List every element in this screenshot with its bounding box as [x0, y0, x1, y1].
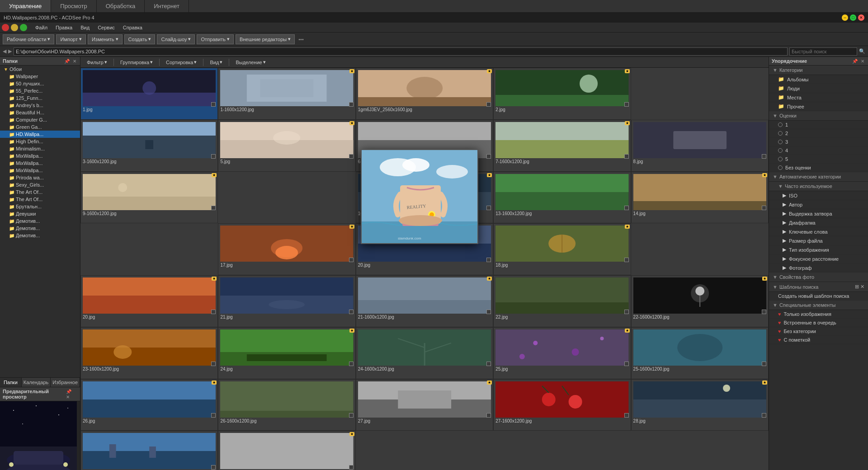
tree-andrey[interactable]: 📁 Andrey's b...: [0, 102, 80, 109]
checkbox-10[interactable]: [762, 154, 766, 159]
back-icon[interactable]: ◀: [3, 48, 6, 54]
image-cell-24b[interactable]: 24-1600x1200.jpg: [356, 327, 493, 379]
slideshow-btn[interactable]: Слайд-шоу ▾: [157, 34, 195, 44]
checkbox-12[interactable]: [486, 206, 491, 210]
checkbox-13[interactable]: [624, 206, 629, 210]
tab-favorites[interactable]: Избранное: [51, 378, 80, 387]
image-cell-27[interactable]: ★ 27.jpg: [356, 379, 493, 431]
tree-55[interactable]: 📁 55_Perfec...: [0, 87, 80, 94]
tab-view[interactable]: Просмотр: [51, 0, 96, 12]
menu-view[interactable]: Вид: [77, 24, 93, 31]
workspace-btn[interactable]: Рабочие области ▾: [3, 34, 54, 44]
rating-2[interactable]: 2: [769, 129, 868, 138]
checkbox-1[interactable]: [211, 102, 216, 107]
tree-demotiv3[interactable]: 📁 Демотив...: [0, 232, 80, 239]
image-cell-2[interactable]: ★ 1-1600x1200.jpg: [218, 68, 355, 120]
freq-aperture[interactable]: ▶ Диафрагма: [769, 218, 868, 227]
circle-yellow[interactable]: [11, 24, 18, 31]
ratings-expand-icon[interactable]: ▼: [773, 113, 778, 118]
tree-computer[interactable]: 📁 Computer G...: [0, 116, 80, 123]
external-btn[interactable]: Внешние редакторы ▾: [236, 34, 295, 44]
menu-edit[interactable]: Правка: [52, 24, 76, 31]
circle-green[interactable]: [20, 24, 27, 31]
checkbox-26[interactable]: [211, 413, 216, 418]
image-cell-14[interactable]: ★ 14.jpg: [631, 172, 769, 224]
checkbox-27[interactable]: [486, 413, 491, 418]
tab-internet[interactable]: Интернет: [145, 0, 189, 12]
freq-iso[interactable]: ▶ ISO: [769, 191, 868, 200]
image-cell-7[interactable]: ★ 5.jpg: [218, 120, 355, 172]
special-expand-icon[interactable]: ▼: [773, 302, 778, 308]
categories-expand-icon[interactable]: ▼: [773, 67, 778, 73]
photo-props-expand-icon[interactable]: ▼: [773, 274, 778, 280]
tree-demotiv2[interactable]: 📁 Демотив...: [0, 225, 80, 232]
search-templates-expand-icon[interactable]: ▼: [773, 284, 778, 290]
tree-50[interactable]: 📁 50 лучших...: [0, 80, 80, 87]
special-images-only[interactable]: ♥ Только изображения: [769, 310, 868, 319]
image-cell-23[interactable]: 23-1600x1200.jpg: [80, 327, 218, 379]
category-albums[interactable]: 📁 Альбомы: [769, 75, 868, 84]
maximize-button[interactable]: □: [850, 14, 856, 21]
image-cell-6[interactable]: 3-1600x1200.jpg: [80, 120, 218, 172]
tab-folders[interactable]: Папки: [0, 378, 22, 387]
checkbox-29[interactable]: [211, 465, 216, 470]
rating-1[interactable]: 1: [769, 121, 868, 129]
checkbox-25[interactable]: [624, 362, 629, 366]
freq-photographer[interactable]: ▶ Фотограф: [769, 263, 868, 273]
checkbox-17[interactable]: [486, 258, 491, 262]
menu-file[interactable]: Файл: [32, 24, 51, 31]
image-cell-30[interactable]: ★ 30-1600x1200.jpg: [218, 431, 355, 470]
checkbox-28[interactable]: [762, 413, 766, 418]
checkbox-18[interactable]: [624, 258, 629, 262]
checkbox-8[interactable]: [486, 154, 491, 159]
tree-mix1[interactable]: 📁 MixWallpa...: [0, 152, 80, 160]
minimize-button[interactable]: –: [842, 14, 848, 21]
image-cell-21[interactable]: 21.jpg: [218, 275, 355, 327]
panel-close-icon[interactable]: ✕: [72, 59, 77, 64]
checkbox-23[interactable]: [211, 362, 216, 366]
rating-5[interactable]: 5: [769, 155, 868, 164]
panel-pin-icon[interactable]: 📌: [63, 59, 71, 64]
create-btn[interactable]: Создать ▾: [124, 34, 156, 44]
tree-beautiful[interactable]: 📁 Beautiful H...: [0, 109, 80, 116]
image-cell-21b[interactable]: ★ 21-1600x1200.jpg: [356, 275, 493, 327]
image-cell-9[interactable]: ★ 7-1600x1200.jpg: [493, 120, 631, 172]
image-cell-26b[interactable]: 26-1600x1200.jpg: [218, 379, 355, 431]
image-cell-10[interactable]: 8.jpg: [631, 120, 769, 172]
checkbox-2[interactable]: [349, 102, 354, 107]
frequent-expand-icon[interactable]: ▼: [778, 183, 783, 189]
preview-pin-icon[interactable]: 📌: [65, 389, 72, 394]
group-btn[interactable]: Группировка ▾: [117, 58, 156, 66]
freq-shutter[interactable]: ▶ Выдержка затвора: [769, 209, 868, 218]
tree-mix3[interactable]: 📁 MixWallpa...: [0, 167, 80, 174]
address-input[interactable]: [14, 47, 788, 56]
special-marked[interactable]: ♥ С пометкой: [769, 336, 868, 344]
checkbox-22b[interactable]: [762, 310, 766, 314]
tab-manage[interactable]: Управление: [0, 0, 51, 12]
checkbox-16[interactable]: [349, 258, 354, 262]
special-no-category[interactable]: ♥ Без категории: [769, 327, 868, 336]
image-cell-3[interactable]: ★ 1gm6J3EV_2560x1600.jpg: [356, 68, 493, 120]
checkbox-21[interactable]: [349, 310, 354, 314]
import-btn[interactable]: Импорт ▾: [56, 34, 85, 44]
freq-imgtype[interactable]: ▶ Тип изображения: [769, 245, 868, 254]
image-cell-25b[interactable]: 25-1600x1200.jpg: [631, 327, 769, 379]
image-cell-26[interactable]: ★ 26.jpg: [80, 379, 218, 431]
image-cell-19[interactable]: ★ 20.jpg: [80, 275, 218, 327]
tree-item-oboi[interactable]: ▼ Обои: [0, 66, 80, 73]
rating-4[interactable]: 4: [769, 146, 868, 155]
category-places[interactable]: 📁 Места: [769, 93, 868, 102]
filter-btn[interactable]: Фильтр ▾: [83, 58, 111, 66]
tree-demotiv1[interactable]: 📁 Демотив...: [0, 217, 80, 225]
tree-sexy[interactable]: 📁 Sexy_Girls...: [0, 181, 80, 188]
image-cell-4[interactable]: ★ 2.jpg: [493, 68, 631, 120]
tree-highdef[interactable]: 📁 High Defin...: [0, 138, 80, 145]
checkbox-24[interactable]: [349, 362, 354, 366]
image-cell-11[interactable]: ★ 9-1600x1200.jpg: [80, 172, 218, 224]
auto-cat-expand-icon[interactable]: ▼: [773, 174, 778, 179]
checkbox-27b[interactable]: [624, 413, 629, 418]
select-btn[interactable]: Выделение ▾: [232, 58, 269, 66]
tab-calendar[interactable]: Календарь: [22, 378, 51, 387]
checkbox-7[interactable]: [349, 154, 354, 159]
checkbox-3[interactable]: [486, 102, 491, 107]
